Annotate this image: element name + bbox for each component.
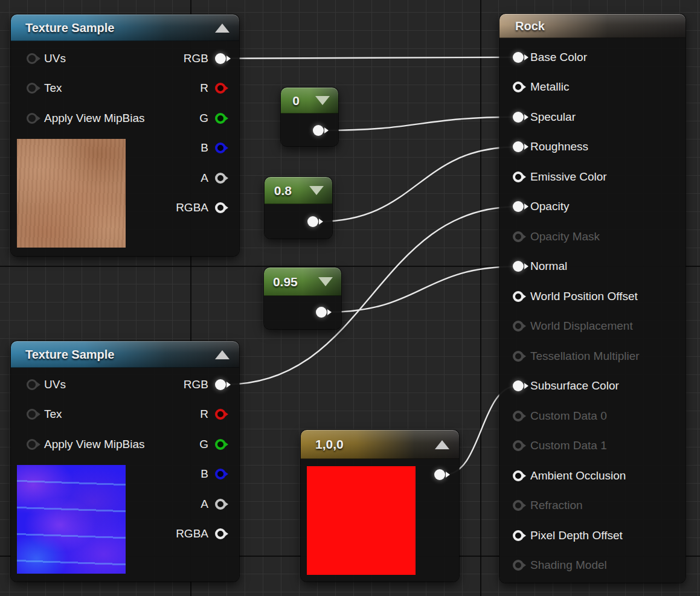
pin-label: Opacity Mask	[530, 230, 600, 243]
output-pin-r[interactable]	[215, 409, 226, 420]
pin-label: Emissive Color	[530, 170, 607, 184]
output-pin-g[interactable]	[215, 113, 226, 124]
output-pin-row: G	[176, 429, 226, 460]
texture-sample-2-header[interactable]: Texture Sample	[11, 341, 239, 368]
pin-label: G	[199, 112, 208, 125]
output-pin-a[interactable]	[215, 173, 226, 184]
material-pin-ambient-occlusion[interactable]	[513, 470, 524, 481]
constant-0-output-pin[interactable]	[313, 125, 324, 136]
constant-0-8-output-pin[interactable]	[307, 216, 318, 227]
material-pin-row: Normal	[499, 252, 686, 282]
collapse-triangle-icon[interactable]	[215, 24, 230, 33]
pin-label: Refraction	[530, 499, 583, 512]
material-pin-row: Emissive Color	[499, 162, 686, 192]
pin-label: R	[200, 82, 208, 95]
material-pin-normal[interactable]	[513, 261, 524, 272]
material-graph-canvas[interactable]: Texture Sample UVsTexApply View MipBias …	[0, 0, 700, 596]
collapse-triangle-icon[interactable]	[215, 350, 230, 359]
material-pin-row: Opacity	[499, 192, 686, 222]
output-pin-row: RGBA	[176, 519, 226, 550]
collapse-triangle-icon[interactable]	[435, 440, 449, 449]
material-pin-tessellation-multiplier[interactable]	[513, 351, 524, 362]
material-pin-roughness[interactable]	[513, 141, 524, 152]
input-pin-apply-view-mipbias[interactable]	[27, 439, 37, 450]
constant-vector-output-pin[interactable]	[434, 469, 445, 480]
constant-node-0[interactable]: 0	[281, 88, 338, 146]
texture-preview-normal-map	[17, 465, 126, 574]
material-pin-world-displacement[interactable]	[513, 321, 524, 332]
input-pin-row: UVs	[27, 370, 145, 400]
output-pin-row: R	[176, 74, 226, 104]
constant-vector-node[interactable]: 1,0,0	[301, 430, 459, 582]
material-pin-subsurface-color[interactable]	[513, 380, 524, 391]
pin-label: RGB	[184, 378, 208, 391]
material-pin-emissive-color[interactable]	[513, 171, 524, 182]
material-pin-custom-data-1[interactable]	[513, 440, 524, 451]
output-pin-row: RGBA	[176, 193, 226, 223]
output-pin-b[interactable]	[215, 143, 226, 153]
color-preview-red	[307, 466, 416, 575]
output-pin-row: A	[176, 163, 226, 193]
input-pin-row: UVs	[27, 43, 145, 74]
rock-material-result-node[interactable]: Rock Base ColorMetallicSpecularRoughness…	[499, 14, 686, 583]
pin-label: Apply View MipBias	[44, 438, 145, 451]
material-pin-metallic[interactable]	[513, 82, 524, 92]
input-pin-row: Apply View MipBias	[27, 103, 145, 133]
texture-sample-node-2[interactable]: Texture Sample UVsTexApply View MipBias …	[11, 341, 239, 582]
material-pin-world-position-offset[interactable]	[513, 291, 524, 302]
output-pin-a[interactable]	[215, 499, 226, 510]
output-pin-g[interactable]	[215, 439, 226, 450]
rock-node-header[interactable]: Rock	[499, 14, 686, 38]
material-pin-shading-model[interactable]	[513, 560, 524, 571]
constant-0-8-header[interactable]: 0.8	[265, 177, 332, 204]
expand-triangle-icon[interactable]	[309, 186, 324, 195]
output-pin-rgb[interactable]	[215, 53, 226, 64]
material-pin-specular[interactable]	[513, 112, 524, 123]
input-pin-row: Apply View MipBias	[27, 429, 145, 460]
input-pin-uvs[interactable]	[27, 53, 37, 64]
pin-label: Metallic	[530, 80, 569, 94]
material-pin-refraction[interactable]	[513, 500, 524, 511]
output-pin-rgba[interactable]	[215, 202, 226, 213]
material-pin-base-color[interactable]	[513, 52, 524, 63]
constant-node-0-8[interactable]: 0.8	[265, 177, 332, 239]
wire-constant_0_8-out-to-rock-Roughness[interactable]	[318, 147, 517, 222]
material-pin-pixel-depth-offset[interactable]	[513, 530, 524, 541]
output-pins-column: RGBRGBARGBA	[176, 370, 226, 549]
input-pin-tex[interactable]	[27, 83, 37, 94]
output-pin-rgba[interactable]	[215, 528, 226, 539]
constant-vector-header[interactable]: 1,0,0	[301, 430, 459, 459]
input-pins-column: UVsTexApply View MipBias	[27, 370, 145, 460]
pin-label: Roughness	[530, 140, 588, 153]
input-pins-column: UVsTexApply View MipBias	[27, 43, 145, 133]
expand-triangle-icon[interactable]	[318, 277, 333, 286]
node-title: Rock	[515, 19, 545, 33]
input-pin-apply-view-mipbias[interactable]	[27, 113, 37, 124]
output-pin-r[interactable]	[215, 83, 226, 94]
expand-triangle-icon[interactable]	[315, 96, 330, 105]
pin-label: B	[201, 141, 208, 155]
material-pin-custom-data-0[interactable]	[513, 411, 524, 421]
material-pin-row: World Position Offset	[499, 281, 686, 312]
input-pin-tex[interactable]	[27, 409, 37, 420]
texture-sample-node-1[interactable]: Texture Sample UVsTexApply View MipBias …	[11, 14, 239, 256]
node-title: Texture Sample	[25, 348, 114, 362]
pin-label: Apply View MipBias	[44, 112, 145, 125]
pin-label: Subsurface Color	[530, 379, 619, 393]
input-pin-uvs[interactable]	[27, 379, 37, 390]
wire-constant_0_95-out-to-rock-Normal[interactable]	[327, 266, 517, 312]
output-pin-row: A	[176, 489, 226, 519]
texture-sample-1-header[interactable]: Texture Sample	[11, 14, 239, 41]
output-pin-b[interactable]	[215, 469, 226, 479]
constant-0-95-header[interactable]: 0.95	[264, 268, 341, 296]
material-pin-opacity-mask[interactable]	[513, 231, 524, 242]
wire-constant_0-out-to-rock-Specular[interactable]	[324, 117, 517, 130]
output-pin-row: G	[176, 103, 226, 133]
wire-texture_sample_1-RGB-to-rock-Base-Color[interactable]	[226, 57, 517, 59]
constant-node-0-95[interactable]: 0.95	[264, 268, 341, 329]
constant-0-header[interactable]: 0	[281, 88, 338, 114]
material-pin-opacity[interactable]	[513, 201, 524, 212]
output-pins-column: RGBRGBARGBA	[176, 43, 226, 223]
output-pin-rgb[interactable]	[215, 379, 226, 390]
constant-0-95-output-pin[interactable]	[316, 307, 327, 318]
